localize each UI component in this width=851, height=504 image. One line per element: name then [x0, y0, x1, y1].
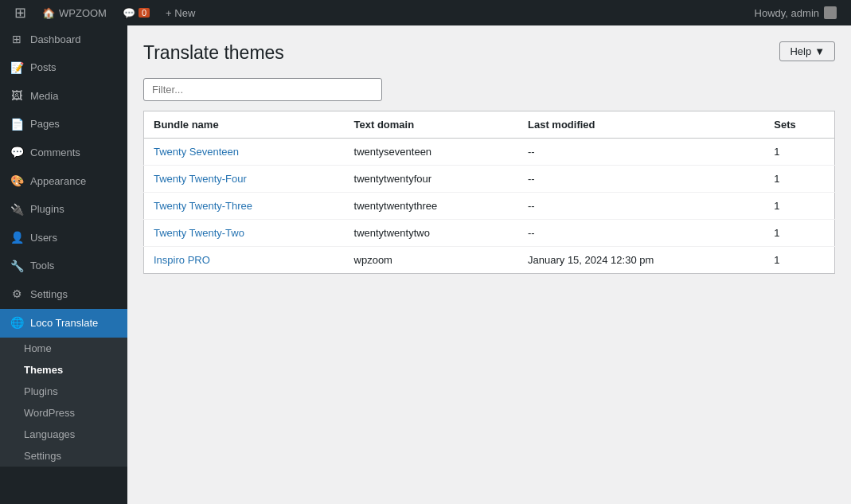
sidebar-item-label: Dashboard [30, 33, 81, 47]
admin-bar: ⊞ 🏠 WPZOOM 💬 0 + New Howdy, admin [0, 0, 851, 25]
chevron-down-icon: ▼ [814, 45, 825, 57]
appearance-icon: 🎨 [10, 174, 24, 189]
media-icon: 🖼 [10, 88, 24, 104]
submenu-item-themes[interactable]: Themes [0, 359, 127, 381]
col-header-sets: Sets [764, 111, 834, 138]
loco-translate-submenu: Home Themes Plugins WordPress Languages … [0, 338, 127, 467]
posts-icon: 📝 [10, 61, 24, 76]
sidebar-item-tools[interactable]: 🔧 Tools [0, 252, 127, 281]
sidebar-item-label: Tools [30, 259, 54, 273]
table-row: Twenty Seventeentwentyseventeen--1 [144, 138, 835, 165]
new-item[interactable]: + New [158, 0, 203, 25]
cell-text-domain: twentyseventeen [345, 138, 519, 165]
sidebar-item-settings[interactable]: ⚙ Settings [0, 280, 127, 309]
howdy-item[interactable]: Howdy, admin [747, 6, 845, 19]
cell-sets: 1 [764, 246, 834, 273]
loco-translate-icon: 🌐 [10, 315, 24, 331]
bundle-name-link[interactable]: Twenty Twenty-Four [154, 173, 247, 185]
comments-count: 0 [139, 8, 150, 18]
users-icon: 👤 [10, 230, 24, 246]
cell-text-domain: twentytwentytwo [345, 219, 519, 246]
dashboard-icon: ⊞ [10, 32, 24, 48]
cell-bundle-name: Twenty Twenty-Four [144, 165, 345, 192]
cell-bundle-name: Twenty Seventeen [144, 138, 345, 165]
adminbar-right: Howdy, admin [747, 6, 845, 19]
cell-last-modified: -- [518, 219, 764, 246]
cell-last-modified: -- [518, 165, 764, 192]
sidebar-item-label: Comments [30, 146, 80, 160]
cell-last-modified: January 15, 2024 12:30 pm [518, 246, 764, 273]
sidebar-item-media[interactable]: 🖼 Media [0, 82, 127, 111]
table-row: Twenty Twenty-Fourtwentytwentyfour--1 [144, 165, 835, 192]
sidebar-item-label: Plugins [30, 202, 64, 217]
table-row: Inspiro PROwpzoomJanuary 15, 2024 12:30 … [144, 246, 835, 273]
comment-icon: 💬 [123, 7, 135, 19]
sidebar: ⊞ Dashboard 📝 Posts 🖼 Media 📄 Pages 💬 Co… [0, 25, 127, 504]
avatar [824, 6, 837, 19]
submenu-item-home[interactable]: Home [0, 338, 127, 359]
bundle-name-link[interactable]: Twenty Seventeen [154, 146, 239, 158]
submenu-item-plugins[interactable]: Plugins [0, 381, 127, 402]
cell-sets: 1 [764, 165, 834, 192]
table-body: Twenty Seventeentwentyseventeen--1Twenty… [144, 138, 835, 273]
cell-sets: 1 [764, 219, 834, 246]
settings-icon: ⚙ [10, 287, 24, 303]
help-label: Help [790, 45, 811, 57]
cell-last-modified: -- [518, 192, 764, 219]
cell-sets: 1 [764, 138, 834, 165]
sidebar-item-label: Settings [30, 287, 68, 302]
sidebar-item-label: Users [30, 231, 57, 245]
page-title: Translate themes [143, 41, 284, 65]
comments-icon: 💬 [10, 145, 24, 161]
bundle-name-link[interactable]: Twenty Twenty-Two [154, 227, 244, 239]
main-content: Translate themes Help ▼ Bundle name Text… [127, 25, 851, 504]
sidebar-item-label: Posts [30, 61, 57, 75]
comments-item[interactable]: 💬 0 [115, 0, 158, 25]
submenu-item-wordpress[interactable]: WordPress [0, 402, 127, 424]
new-label: + New [166, 7, 195, 19]
sidebar-item-comments[interactable]: 💬 Comments [0, 139, 127, 167]
sidebar-item-label: Loco Translate [30, 316, 98, 330]
layout: ⊞ Dashboard 📝 Posts 🖼 Media 📄 Pages 💬 Co… [0, 25, 851, 504]
bundle-name-link[interactable]: Inspiro PRO [154, 254, 210, 266]
sidebar-item-dashboard[interactable]: ⊞ Dashboard [0, 25, 127, 54]
cell-bundle-name: Twenty Twenty-Two [144, 219, 345, 246]
cell-text-domain: twentytwentyfour [345, 165, 519, 192]
table-header-row: Bundle name Text domain Last modified Se… [144, 111, 835, 138]
page-header: Translate themes Help ▼ [143, 41, 835, 65]
wp-logo-item[interactable]: ⊞ [6, 0, 34, 25]
site-name-item[interactable]: 🏠 WPZOOM [34, 0, 115, 25]
sidebar-item-posts[interactable]: 📝 Posts [0, 54, 127, 83]
table-row: Twenty Twenty-Twotwentytwentytwo--1 [144, 219, 835, 246]
cell-sets: 1 [764, 192, 834, 219]
cell-last-modified: -- [518, 138, 764, 165]
tools-icon: 🔧 [10, 259, 24, 275]
cell-bundle-name: Twenty Twenty-Three [144, 192, 345, 219]
cell-text-domain: twentytwentythree [345, 192, 519, 219]
sidebar-item-label: Pages [30, 117, 60, 131]
sidebar-item-loco-translate[interactable]: 🌐 Loco Translate [0, 309, 127, 338]
cell-bundle-name: Inspiro PRO [144, 246, 345, 273]
bundle-name-link[interactable]: Twenty Twenty-Three [154, 200, 252, 212]
site-name: WPZOOM [59, 7, 107, 19]
help-button[interactable]: Help ▼ [779, 41, 835, 61]
col-header-bundle-name: Bundle name [144, 111, 345, 138]
submenu-item-languages[interactable]: Languages [0, 424, 127, 445]
col-header-text-domain: Text domain [345, 111, 519, 138]
sidebar-item-pages[interactable]: 📄 Pages [0, 111, 127, 139]
sidebar-item-plugins[interactable]: 🔌 Plugins [0, 196, 127, 225]
submenu-item-settings[interactable]: Settings [0, 445, 127, 467]
table-row: Twenty Twenty-Threetwentytwentythree--1 [144, 192, 835, 219]
sidebar-item-users[interactable]: 👤 Users [0, 224, 127, 252]
sidebar-item-label: Appearance [30, 174, 86, 189]
pages-icon: 📄 [10, 117, 24, 133]
themes-table: Bundle name Text domain Last modified Se… [143, 111, 835, 274]
filter-input[interactable] [143, 78, 382, 101]
plugins-icon: 🔌 [10, 202, 24, 218]
sidebar-item-appearance[interactable]: 🎨 Appearance [0, 167, 127, 196]
howdy-label: Howdy, admin [755, 7, 819, 19]
col-header-last-modified: Last modified [518, 111, 764, 138]
cell-text-domain: wpzoom [345, 246, 519, 273]
home-icon: 🏠 [42, 7, 55, 19]
wp-logo-icon: ⊞ [14, 4, 26, 21]
